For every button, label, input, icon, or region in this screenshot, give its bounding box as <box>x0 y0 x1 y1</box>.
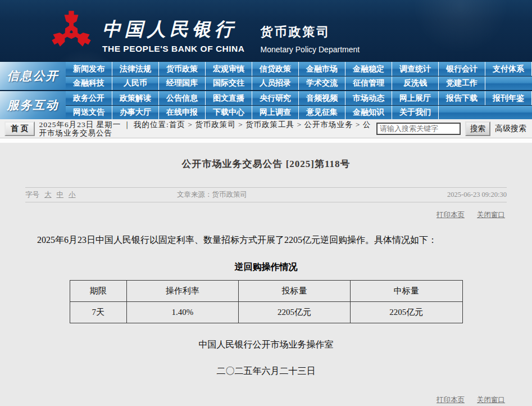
nav-item[interactable]: 网上展厅 <box>392 91 439 105</box>
pboc-logo-icon[interactable] <box>49 9 93 54</box>
main-navigation: 信息公开 新闻发布 法律法规 货币政策 宏观审慎 信贷政策 金融市场 金融稳定 … <box>0 61 532 119</box>
repo-operation-table: 期限 操作利率 投标量 中标量 7天 1.40% 2205亿元 2205亿元 <box>70 280 463 323</box>
print-page-link[interactable]: 打印本页 <box>436 395 465 405</box>
home-button[interactable]: 首 页 <box>4 121 35 136</box>
close-window-link[interactable]: 关闭窗口 <box>477 395 505 405</box>
nav-item[interactable]: 党建工作 <box>439 76 485 90</box>
nav-item[interactable]: 人员招录 <box>252 76 299 90</box>
nav-item[interactable]: 银行会计 <box>439 62 485 76</box>
sign-date-line: 二〇二五年六月二十三日 <box>0 366 532 377</box>
nav-item[interactable]: 下载中心 <box>206 106 252 119</box>
nav-item[interactable]: 反洗钱 <box>392 76 439 90</box>
nav-item[interactable]: 金融科技 <box>66 76 112 90</box>
site-header: 中国人民银行 THE PEOPLE'S BANK OF CHINA 货币政策司 … <box>0 0 532 61</box>
nav-item[interactable]: 法律法规 <box>112 62 159 76</box>
bank-name-en: THE PEOPLE'S BANK OF CHINA <box>102 44 245 54</box>
page-title: 公开市场业务交易公告 [2025]第118号 <box>0 157 532 170</box>
nav-section-service-interaction: 服务互动 政务公开 政策解读 公告信息 图文直播 央行研究 音频视频 市场动态 … <box>0 90 532 119</box>
bank-name-cn: 中国人民银行 <box>102 17 245 42</box>
nav-filler <box>485 76 532 90</box>
cell-bid-amount: 2205亿元 <box>238 302 350 323</box>
close-window-link[interactable]: 关闭窗口 <box>477 210 505 220</box>
nav-item[interactable]: 公告信息 <box>159 91 206 105</box>
nav-item[interactable]: 在线申报 <box>159 106 206 119</box>
search-button[interactable]: 搜索 <box>465 121 490 136</box>
nav-filler <box>439 106 532 119</box>
nav-item[interactable]: 金融知识 <box>345 106 392 119</box>
nav-item[interactable]: 信贷政策 <box>252 62 299 76</box>
search-input[interactable] <box>376 123 461 135</box>
font-size-large-link[interactable]: 大 <box>44 190 52 200</box>
nav-item[interactable]: 音频视频 <box>299 91 345 105</box>
operation-table-title: 逆回购操作情况 <box>0 261 532 273</box>
breadcrumb-toolbar: 首 页 2025年6月23日 星期一 ｜ 我的位置:首页 > 货币政策司 > 货… <box>0 119 532 138</box>
article-content: 公开市场业务交易公告 [2025]第118号 字号 大 中 小 文章来源：货币政… <box>0 143 532 406</box>
font-size-medium-link[interactable]: 中 <box>57 190 64 200</box>
nav-item[interactable]: 央行研究 <box>252 91 299 105</box>
nav-item[interactable]: 货币政策 <box>159 62 206 76</box>
print-page-link[interactable]: 打印本页 <box>436 210 465 220</box>
nav-item[interactable]: 支付体系 <box>485 62 532 76</box>
department-name-en: Monetary Policy Department <box>261 45 360 54</box>
cell-term: 7天 <box>70 302 126 323</box>
nav-label-info-disclosure[interactable]: 信息公开 <box>0 62 66 90</box>
article-actions-bottom: 打印本页 关闭窗口 <box>0 395 505 405</box>
nav-item[interactable]: 图文直播 <box>206 91 252 105</box>
cell-rate: 1.40% <box>126 302 238 323</box>
nav-item[interactable]: 调查统计 <box>392 62 439 76</box>
signature-line: 中国人民银行公开市场业务操作室 <box>0 339 532 351</box>
col-header-awarded-amount: 中标量 <box>351 281 462 302</box>
nav-item[interactable]: 人民币 <box>112 76 159 90</box>
nav-item[interactable]: 经理国库 <box>159 76 206 90</box>
article-source: 文章来源：货币政策司 <box>177 190 447 200</box>
nav-item[interactable]: 办事大厅 <box>112 106 159 119</box>
breadcrumb[interactable]: 2025年6月23日 星期一 ｜ 我的位置:首页 > 货币政策司 > 货币政策工… <box>39 120 372 137</box>
nav-item[interactable]: 关于我们 <box>392 106 439 119</box>
nav-item[interactable]: 网送文告 <box>66 106 112 119</box>
table-row: 7天 1.40% 2205亿元 2205亿元 <box>70 302 462 323</box>
divider-strip <box>0 138 532 143</box>
nav-label-service-interaction[interactable]: 服务互动 <box>0 91 66 119</box>
nav-item[interactable]: 征信管理 <box>345 76 392 90</box>
nav-item[interactable]: 金融市场 <box>299 62 345 76</box>
nav-section-info-disclosure: 信息公开 新闻发布 法律法规 货币政策 宏观审慎 信贷政策 金融市场 金融稳定 … <box>0 61 532 90</box>
article-meta-bar: 字号 大 中 小 文章来源：货币政策司 2025-06-23 09:20:30 <box>25 187 507 202</box>
table-header-row: 期限 操作利率 投标量 中标量 <box>70 281 462 302</box>
nav-item[interactable]: 政务公开 <box>66 91 112 105</box>
col-header-rate: 操作利率 <box>126 281 238 302</box>
col-header-term: 期限 <box>70 281 126 302</box>
department-title-block: 货币政策司 Monetary Policy Department <box>261 24 360 54</box>
advanced-search-link[interactable]: 高级搜索 <box>495 124 526 134</box>
department-name-cn: 货币政策司 <box>261 24 360 40</box>
nav-item[interactable]: 新闻发布 <box>66 62 112 76</box>
font-size-small-link[interactable]: 小 <box>69 190 76 200</box>
cell-awarded-amount: 2205亿元 <box>351 302 462 323</box>
nav-item[interactable]: 政策解读 <box>112 91 159 105</box>
article-actions-top: 打印本页 关闭窗口 <box>0 210 505 220</box>
nav-item[interactable]: 报告下载 <box>439 91 485 105</box>
nav-item[interactable]: 学术交流 <box>299 76 345 90</box>
announcement-paragraph: 2025年6月23日中国人民银行以固定利率、数量招标方式开展了2205亿元逆回购… <box>19 233 513 247</box>
nav-item[interactable]: 金融稳定 <box>345 62 392 76</box>
article-timestamp: 2025-06-23 09:20:30 <box>447 191 507 199</box>
nav-item[interactable]: 市场动态 <box>345 91 392 105</box>
nav-item[interactable]: 意见征集 <box>299 106 345 119</box>
font-size-label: 字号 <box>25 190 39 200</box>
nav-item[interactable]: 国际交往 <box>206 76 252 90</box>
bank-title-block: 中国人民银行 THE PEOPLE'S BANK OF CHINA <box>102 17 245 54</box>
nav-item[interactable]: 报刊年鉴 <box>485 91 532 105</box>
nav-item[interactable]: 网上调查 <box>252 106 299 119</box>
nav-item[interactable]: 宏观审慎 <box>206 62 252 76</box>
col-header-bid-amount: 投标量 <box>238 281 350 302</box>
